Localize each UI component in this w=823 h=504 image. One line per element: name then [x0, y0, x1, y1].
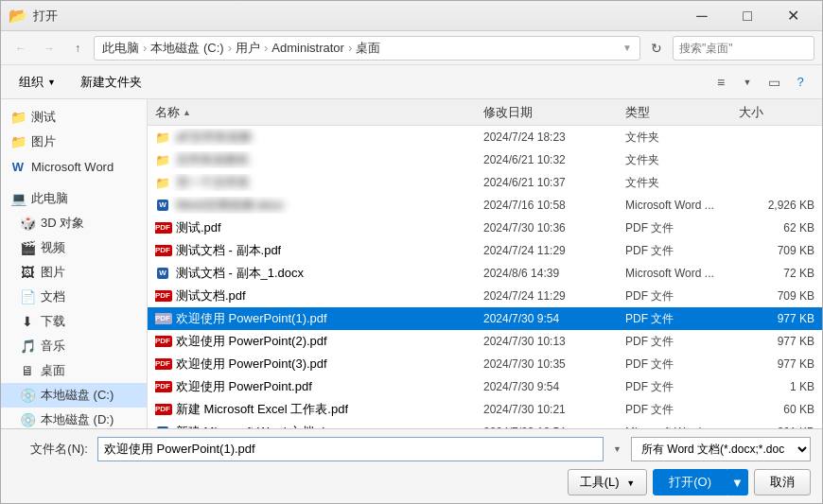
col-type-header[interactable]: 类型 [625, 104, 739, 121]
back-button[interactable]: ← [9, 36, 33, 61]
new-folder-button[interactable]: 新建文件夹 [72, 70, 150, 95]
desktop-icon: 🖥 [20, 363, 35, 378]
col-size-header[interactable]: 大小 [739, 104, 814, 121]
view-buttons: ≡ ▼ ▭ ? [709, 70, 813, 95]
col-date-header[interactable]: 修改日期 [483, 104, 625, 121]
search-input[interactable] [679, 42, 821, 55]
toolbar: 组织 ▼ 新建文件夹 ≡ ▼ ▭ ? [1, 65, 822, 99]
table-row[interactable]: W Word文档名称.docx 2024/7/16 10:58 Microsof… [148, 194, 822, 217]
table-row[interactable]: 📁 aF文件夹名称 2024/7/24 18:23 文件夹 [148, 126, 822, 148]
table-row[interactable]: PDF 测试文档.pdf 2024/7/24 11:29 PDF 文件 709 … [148, 285, 822, 307]
sidebar-item-图片2[interactable]: 🖼 图片 [1, 260, 147, 285]
folder-icon: 📁 [10, 110, 26, 125]
table-row[interactable]: W 新建 Microsoft Word 文档.docx 2024/7/23 10… [148, 421, 822, 428]
sort-arrow-icon: ▲ [183, 108, 191, 117]
breadcrumb-users[interactable]: 用户 [236, 40, 260, 57]
sidebar-item-文档[interactable]: 📄 文档 [1, 285, 147, 309]
open-dialog: 📂 打开 ─ □ ✕ ← → ↑ 此电脑 › 本地磁盘 (C:) › 用户 › … [0, 0, 823, 504]
table-row[interactable]: PDF 新建 Microsoft Excel 工作表.pdf 2024/7/30… [148, 398, 822, 421]
sidebar-item-3d[interactable]: 🎲 3D 对象 [1, 211, 147, 235]
close-button[interactable]: ✕ [771, 1, 814, 31]
open-dropdown-button[interactable]: ▼ [727, 469, 748, 495]
buttons-row: 工具(L) ▼ 打开(O) ▼ 取消 [12, 469, 811, 495]
cancel-label: 取消 [770, 475, 795, 489]
breadcrumb[interactable]: 此电脑 › 本地磁盘 (C:) › 用户 › Administrator › 桌… [94, 36, 640, 61]
sidebar-item-视频[interactable]: 🎬 视频 [1, 235, 147, 260]
word-icon: W [10, 159, 26, 174]
up-button[interactable]: ↑ [65, 36, 90, 61]
pdf-icon: PDF [155, 288, 170, 304]
minimize-button[interactable]: ─ [680, 1, 724, 31]
open-button[interactable]: 打开(O) [653, 469, 727, 495]
cancel-button[interactable]: 取消 [754, 469, 811, 495]
table-row[interactable]: PDF 欢迎使用 PowerPoint(2).pdf 2024/7/30 10:… [148, 330, 822, 353]
col-name-header[interactable]: 名称 ▲ [155, 104, 483, 121]
documents-icon: 📄 [20, 289, 35, 304]
disk-icon: 💿 [20, 388, 35, 403]
maximize-button[interactable]: □ [726, 1, 769, 31]
open-arrow-icon: ▼ [731, 476, 744, 490]
table-row[interactable]: PDF 测试.pdf 2024/7/30 10:36 PDF 文件 62 KB [148, 217, 822, 239]
table-row[interactable]: 📁 另一个文件夹 2024/6/21 10:37 文件夹 [148, 171, 822, 194]
table-row[interactable]: 📁 文件夹名称长 2024/6/21 10:32 文件夹 [148, 148, 822, 171]
sidebar-item-local-d[interactable]: 💿 本地磁盘 (D:) [1, 408, 147, 428]
sidebar-item-microsoft-word[interactable]: W Microsoft Word [1, 154, 147, 179]
word-file-icon: W [155, 198, 170, 213]
window-controls: ─ □ ✕ [680, 1, 814, 31]
tools-button[interactable]: 工具(L) ▼ [568, 469, 647, 495]
organize-dropdown-icon: ▼ [47, 78, 56, 87]
table-row[interactable]: PDF 欢迎使用 PowerPoint(3).pdf 2024/7/30 10:… [148, 353, 822, 375]
view-dropdown-button[interactable]: ▼ [735, 70, 760, 95]
main-panel: 名称 ▲ 修改日期 类型 大小 📁 aF文件夹名称 2024/7/24 18:2… [148, 99, 822, 428]
filetype-select[interactable]: 所有 Word 文档(*.docx;*.doc [631, 437, 811, 461]
file-list-header: 名称 ▲ 修改日期 类型 大小 [148, 99, 822, 126]
folder-icon: 📁 [155, 152, 170, 167]
table-row[interactable]: PDF 欢迎使用 PowerPoint(1).pdf 2024/7/30 9:5… [148, 307, 822, 330]
sidebar-item-local-c[interactable]: 💿 本地磁盘 (C:) [1, 383, 147, 408]
title-bar: 📂 打开 ─ □ ✕ [1, 1, 822, 31]
sidebar-item-桌面[interactable]: 🖥 桌面 [1, 358, 147, 383]
filename-input[interactable] [97, 437, 604, 461]
help-button[interactable]: ? [788, 70, 813, 95]
bottom-bar: 文件名(N): ▼ 所有 Word 文档(*.docx;*.doc 工具(L) … [1, 428, 822, 503]
dialog-icon: 📂 [9, 7, 27, 25]
sidebar-item-下载[interactable]: ⬇ 下载 [1, 309, 147, 334]
organize-button[interactable]: 组织 ▼ [10, 70, 64, 95]
breadcrumb-desktop[interactable]: 桌面 [356, 40, 380, 57]
table-row[interactable]: PDF 测试文档 - 副本.pdf 2024/7/24 11:29 PDF 文件… [148, 239, 822, 262]
folder-icon: 📁 [155, 130, 170, 145]
3d-icon: 🎲 [20, 216, 35, 231]
computer-icon: 💻 [10, 191, 26, 206]
new-folder-label: 新建文件夹 [80, 74, 142, 91]
tools-dropdown: 工具(L) ▼ [568, 469, 647, 495]
breadcrumb-admin[interactable]: Administrator [271, 41, 344, 55]
filename-row: 文件名(N): ▼ 所有 Word 文档(*.docx;*.doc [12, 437, 811, 461]
refresh-button[interactable]: ↻ [644, 36, 669, 61]
sidebar: 📁 测试 📁 图片 W Microsoft Word 💻 此电脑 🎲 3D 对象 [1, 99, 148, 428]
disk-d-icon: 💿 [20, 412, 35, 427]
folder-icon: 📁 [155, 175, 170, 190]
sidebar-item-图片[interactable]: 📁 图片 [1, 130, 147, 154]
forward-button[interactable]: → [37, 36, 61, 61]
pdf-icon: PDF [155, 243, 170, 258]
breadcrumb-computer[interactable]: 此电脑 [102, 40, 139, 57]
view-details-button[interactable]: ≡ [709, 70, 733, 95]
tools-label: 工具(L) [580, 475, 620, 489]
breadcrumb-drive[interactable]: 本地磁盘 (C:) [150, 40, 223, 57]
music-icon: 🎵 [20, 339, 35, 354]
dialog-title: 打开 [33, 8, 58, 25]
sidebar-item-音乐[interactable]: 🎵 音乐 [1, 334, 147, 358]
sidebar-item-此电脑[interactable]: 💻 此电脑 [1, 186, 147, 211]
filename-label: 文件名(N): [12, 441, 88, 458]
filename-dropdown-icon: ▼ [613, 444, 622, 454]
pdf-icon: PDF [155, 334, 170, 349]
breadcrumb-dropdown-icon: ▼ [622, 43, 632, 53]
table-row[interactable]: PDF 欢迎使用 PowerPoint.pdf 2024/7/30 9:54 P… [148, 375, 822, 398]
pictures-icon: 🖼 [20, 265, 35, 280]
search-box[interactable]: 🔍 [673, 36, 814, 61]
pdf-icon: PDF [155, 220, 170, 235]
sidebar-item-测试[interactable]: 📁 测试 [1, 105, 147, 130]
view-preview-button[interactable]: ▭ [762, 70, 786, 95]
organize-label: 组织 [19, 74, 44, 91]
table-row[interactable]: W 测试文档 - 副本_1.docx 2024/8/6 14:39 Micros… [148, 262, 822, 285]
